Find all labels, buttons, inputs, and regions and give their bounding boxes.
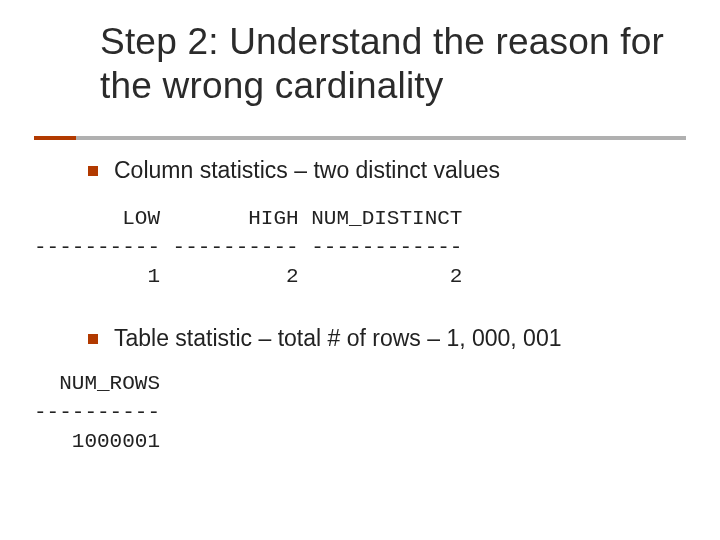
column-stats-block: LOW HIGH NUM_DISTINCT ---------- -------… xyxy=(34,205,688,292)
bullet-square-icon xyxy=(88,166,98,176)
bullet-text: Column statistics – two distinct values xyxy=(114,156,500,185)
bullet-item: Column statistics – two distinct values xyxy=(88,156,688,185)
slide-title: Step 2: Understand the reason for the wr… xyxy=(100,20,680,107)
bullet-item: Table statistic – total # of rows – 1, 0… xyxy=(88,324,688,353)
slide-body: Column statistics – two distinct values … xyxy=(88,156,688,457)
spacer xyxy=(88,292,688,324)
divider-bar xyxy=(34,136,686,140)
bullet-square-icon xyxy=(88,334,98,344)
table-stat-block: NUM_ROWS ---------- 1000001 xyxy=(34,370,688,457)
slide: Step 2: Understand the reason for the wr… xyxy=(0,0,720,540)
divider-accent xyxy=(34,136,76,140)
bullet-text: Table statistic – total # of rows – 1, 0… xyxy=(114,324,561,353)
